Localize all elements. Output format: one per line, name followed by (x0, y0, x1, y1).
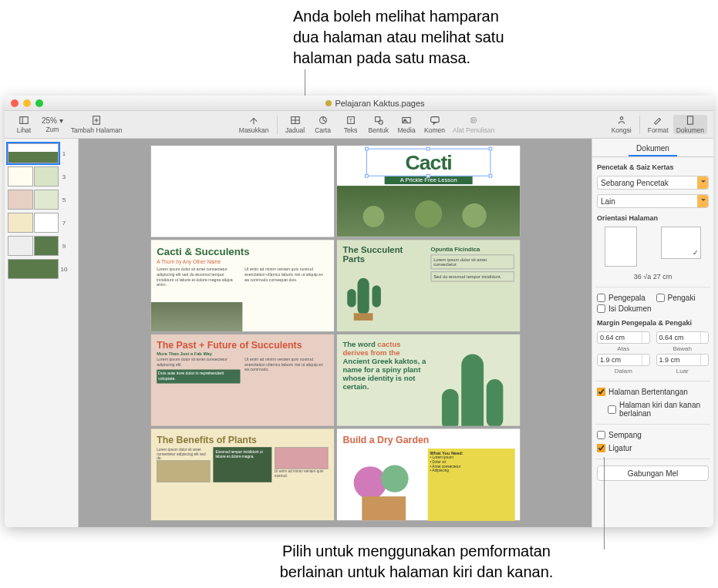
add-page-button[interactable]: Tambah Halaman (68, 115, 126, 134)
svg-text:T: T (349, 118, 352, 123)
inline-photo (150, 302, 242, 331)
insert-icon (248, 115, 259, 126)
callout-box: Sed do eiusmod tempor incididunt. (430, 271, 514, 281)
ligature-checkbox[interactable]: Ligatur (597, 444, 709, 452)
page-7[interactable]: Build a Dry Garden What You Need: • Lore… (336, 428, 520, 520)
page-subheading: A Thorn by Any Other Name (157, 259, 328, 264)
app-window: Pelajaran Kaktus.pages Lihat 25% ▾ Zum T… (5, 96, 713, 527)
view-button[interactable]: Lihat (11, 115, 37, 134)
callout-line (604, 457, 605, 549)
page-heading: The Past + Future of Succulents (157, 341, 328, 350)
header-checkbox[interactable]: Pengepala (597, 294, 650, 302)
section-label: Orientasi Halaman (597, 214, 709, 222)
chart-icon (318, 115, 329, 126)
stepper-icon[interactable] (642, 332, 649, 343)
page-dimensions: 36 √a 27 cm (597, 273, 709, 281)
svg-rect-23 (372, 285, 380, 307)
callout-box: Lorem ipsum dolor sit amet consectetur. (430, 254, 514, 269)
svg-rect-0 (20, 117, 29, 124)
page-5[interactable]: The word cactus derives from the Ancient… (336, 334, 520, 426)
document-canvas[interactable]: Cacti A Prickle Free Lesson Cacti & Succ… (79, 139, 592, 527)
paper-select[interactable]: Lain (597, 194, 709, 208)
minimize-icon[interactable] (23, 99, 31, 107)
tab-document[interactable]: Dokumen (629, 142, 677, 156)
svg-rect-27 (486, 379, 503, 426)
stepper-icon[interactable] (642, 354, 649, 365)
document-icon (685, 115, 696, 126)
margin-top-field[interactable]: 0.64 cm (597, 331, 650, 344)
inline-image (157, 460, 211, 482)
zoom-icon[interactable] (35, 99, 43, 107)
text-button[interactable]: T Teks (338, 115, 364, 134)
page-4[interactable]: The Past + Future of Succulents More Tha… (150, 334, 334, 426)
chevron-down-icon (697, 195, 708, 207)
section-label: Margin Pengepala & Pengaki (597, 319, 709, 327)
toolbar: Lihat 25% ▾ Zum Tambah Halaman Masukkan … (5, 111, 713, 139)
printer-select[interactable]: Sebarang Pencetak (597, 176, 709, 190)
table-icon (290, 115, 301, 126)
orientation-landscape[interactable]: ✓ (661, 227, 701, 259)
cover-photo[interactable] (336, 186, 520, 237)
page-heading: Build a Dry Garden (342, 435, 514, 445)
stepper-icon[interactable] (700, 354, 708, 365)
thumbnail-spread[interactable]: 9 (8, 236, 75, 256)
orientation-portrait[interactable] (605, 227, 637, 267)
brush-icon (652, 115, 663, 126)
chart-button[interactable]: Carta (310, 115, 336, 134)
margin-inner-field[interactable]: 1.9 cm (597, 354, 650, 366)
left-right-different-checkbox[interactable]: Halaman kiri dan kanan berlainan (597, 401, 709, 418)
chevron-down-icon (697, 176, 708, 189)
thumbnail-spread[interactable]: 3 (8, 166, 75, 186)
page-6[interactable]: The Benefits of Plants Lorem ipsum dolor… (150, 428, 334, 520)
plus-icon (91, 115, 102, 126)
shape-icon (373, 115, 384, 126)
svg-point-19 (620, 117, 623, 120)
window-title: Pelajaran Kaktus.pages (43, 99, 707, 108)
share-icon (616, 115, 627, 126)
authoring-button[interactable]: Alat Penulisan (450, 115, 497, 134)
inspector-tabs: Dokumen (592, 139, 713, 157)
shape-button[interactable]: Bentuk (366, 115, 392, 134)
body-checkbox[interactable]: Isi Dokumen (597, 304, 709, 313)
comment-button[interactable]: Komen (421, 115, 448, 134)
close-icon[interactable] (11, 99, 19, 107)
page-3[interactable]: The Succulent Parts Opuntia Ficindica Lo… (336, 240, 520, 331)
cactus-illustration (342, 264, 386, 322)
hyphenation-checkbox[interactable]: Sempang (597, 431, 709, 439)
media-button[interactable]: Media (393, 115, 420, 134)
zoom-button[interactable]: 25% ▾ Zum (39, 116, 66, 133)
svg-point-29 (353, 466, 386, 499)
stepper-icon[interactable] (700, 332, 708, 343)
margin-outer-field[interactable]: 1.9 cm (656, 354, 710, 366)
thumbnail-spread[interactable]: 10 (8, 259, 75, 279)
check-icon: ✓ (693, 249, 699, 257)
thumbnail-spread[interactable]: 1 (8, 143, 75, 163)
document-button[interactable]: Dokumen (673, 115, 707, 134)
selection-box[interactable] (366, 149, 490, 176)
footer-checkbox[interactable]: Pengaki (656, 294, 710, 302)
facing-pages-checkbox[interactable]: Halaman Bertentangan (597, 388, 709, 396)
format-button[interactable]: Format (645, 115, 672, 134)
table-button[interactable]: Jadual (282, 115, 308, 134)
insert-button[interactable]: Masukkan (236, 115, 272, 134)
inspector-panel: Dokumen Pencetak & Saiz Kertas Sebarang … (592, 139, 713, 527)
page-heading: Cacti & Succulents (157, 246, 328, 257)
page-blank (150, 146, 334, 237)
svg-rect-20 (687, 116, 693, 125)
page-2[interactable]: Cacti & Succulents A Thorn by Any Other … (150, 240, 334, 331)
comment-icon (430, 115, 440, 126)
mail-merge-button[interactable]: Gabungan Mel (597, 465, 709, 481)
body-columns: Lorem ipsum dolor sit amet consectetur a… (157, 267, 328, 288)
gear-icon (468, 115, 479, 126)
svg-point-17 (471, 118, 477, 123)
edited-dot-icon (325, 100, 332, 106)
thumbnail-spread[interactable]: 5 (8, 190, 75, 210)
window-controls (11, 99, 43, 107)
page-cover[interactable]: Cacti A Prickle Free Lesson (336, 146, 520, 237)
thumbnail-spread[interactable]: 7 (8, 213, 75, 233)
page-heading: The Succulent Parts (342, 246, 426, 264)
share-button[interactable]: Kongsi (608, 115, 635, 134)
body-columns: Lorem ipsum dolor sit amet consectetur a… (157, 357, 328, 383)
pot-illustration (342, 449, 424, 520)
margin-bottom-field[interactable]: 0.64 cm (656, 331, 710, 344)
